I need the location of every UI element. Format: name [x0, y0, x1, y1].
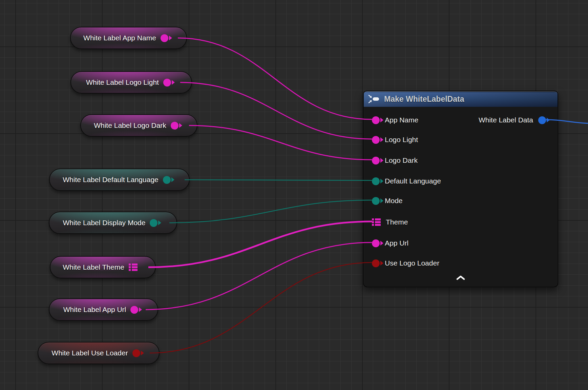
- pin-label: White Label Data: [479, 116, 533, 124]
- input-pin-row: Logo Light: [372, 133, 418, 147]
- pin-label: Logo Dark: [385, 156, 418, 164]
- node-header[interactable]: Make WhiteLabelData: [364, 91, 558, 107]
- chevron-up-icon: [456, 275, 466, 280]
- input-pin-row: App Url: [372, 236, 408, 250]
- node-title: Make WhiteLabelData: [384, 95, 464, 104]
- string-output-pin[interactable]: [130, 306, 138, 314]
- input-pin-row: Theme: [372, 215, 408, 229]
- getter-node-white-label-app-name[interactable]: White Label App Name: [70, 27, 187, 49]
- wire-theme[interactable]: [148, 221, 372, 267]
- output-pin-white-label-data[interactable]: [538, 116, 546, 124]
- make-whitelabeldata-node[interactable]: Make WhiteLabelData App Name Logo Light …: [363, 91, 558, 287]
- output-pin-row: White Label Data: [479, 113, 546, 127]
- input-pin-default-language[interactable]: [372, 177, 380, 185]
- enum-output-pin[interactable]: [150, 219, 158, 227]
- getter-node-white-label-use-loader[interactable]: White Label Use Loader: [38, 342, 160, 364]
- input-pin-mode[interactable]: [372, 197, 380, 205]
- pin-label: Default Language: [385, 177, 441, 185]
- getter-node-white-label-default-language[interactable]: White Label Default Language: [49, 169, 190, 191]
- struct-rows-icon[interactable]: [129, 263, 138, 272]
- input-pin-row: Mode: [372, 194, 403, 208]
- collapse-node-button[interactable]: [456, 275, 466, 280]
- wire-default-language[interactable]: [185, 180, 372, 180]
- pin-label: App Name: [385, 116, 418, 124]
- node-title: White Label Theme: [63, 263, 124, 271]
- input-pin-use-logo-loader[interactable]: [372, 259, 380, 267]
- input-pin-app-url[interactable]: [372, 239, 380, 247]
- wire-logo-dark[interactable]: [189, 125, 372, 160]
- wire-use-loader[interactable]: [150, 262, 372, 353]
- getter-node-white-label-app-url[interactable]: White Label App Url: [49, 298, 158, 321]
- input-pin-row: Use Logo Loader: [372, 256, 439, 270]
- node-title: White Label Use Loader: [51, 349, 128, 357]
- input-pin-theme-struct-icon[interactable]: [372, 218, 381, 227]
- input-pin-logo-light[interactable]: [372, 136, 380, 144]
- wire-logo-light[interactable]: [180, 82, 372, 139]
- node-title: White Label Default Language: [63, 176, 159, 184]
- enum-output-pin[interactable]: [163, 176, 171, 184]
- input-pin-row: Logo Dark: [372, 154, 418, 167]
- input-pin-app-name[interactable]: [372, 116, 380, 124]
- bool-output-pin[interactable]: [132, 349, 140, 357]
- node-title: White Label App Url: [63, 306, 126, 314]
- getter-node-white-label-logo-dark[interactable]: White Label Logo Dark: [80, 114, 197, 137]
- input-pin-row: App Name: [372, 113, 418, 127]
- wire-app-name[interactable]: [178, 38, 372, 119]
- input-pin-logo-dark[interactable]: [372, 157, 380, 164]
- getter-node-white-label-display-mode[interactable]: White Label Display Mode: [49, 212, 177, 234]
- pin-label: App Url: [385, 239, 408, 247]
- wire-app-url[interactable]: [146, 242, 372, 310]
- string-output-pin[interactable]: [171, 122, 178, 130]
- blueprint-graph-canvas[interactable]: White Label App Name White Label Logo Li…: [0, 0, 588, 390]
- pin-label: Theme: [386, 218, 408, 226]
- pin-label: Mode: [385, 197, 403, 205]
- make-struct-icon: [368, 95, 380, 103]
- node-title: White Label Display Mode: [63, 219, 146, 227]
- node-title: White Label App Name: [83, 34, 156, 42]
- getter-node-white-label-logo-light[interactable]: White Label Logo Light: [70, 71, 192, 94]
- pin-label: Use Logo Loader: [385, 259, 439, 267]
- node-title: White Label Logo Dark: [94, 121, 166, 130]
- pin-label: Logo Light: [385, 136, 418, 144]
- wire-display-mode[interactable]: [169, 200, 372, 223]
- node-title: White Label Logo Light: [86, 78, 159, 86]
- getter-node-white-label-theme[interactable]: White Label Theme: [50, 256, 156, 278]
- string-output-pin[interactable]: [161, 34, 168, 42]
- input-pin-row: Default Language: [372, 174, 441, 188]
- string-output-pin[interactable]: [163, 79, 171, 86]
